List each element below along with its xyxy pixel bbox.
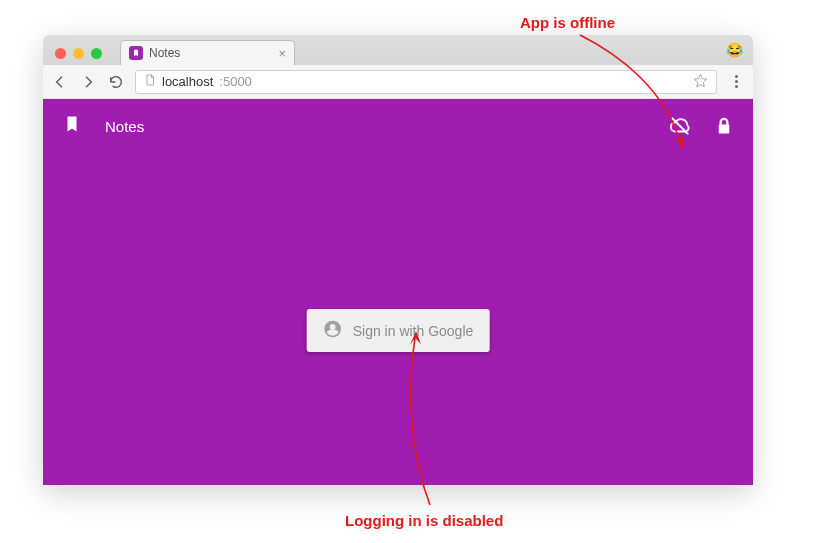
bookmark-icon: [63, 115, 81, 137]
page-icon: [144, 73, 156, 90]
maximize-window-button[interactable]: [91, 48, 102, 59]
address-bar: localhost:5000: [43, 65, 753, 99]
back-button[interactable]: [51, 73, 69, 91]
annotation-login-label: Logging in is disabled: [345, 512, 503, 529]
tab-favicon: [129, 46, 143, 60]
signin-container: Sign in with Google: [307, 309, 490, 352]
close-window-button[interactable]: [55, 48, 66, 59]
omnibox[interactable]: localhost:5000: [135, 70, 717, 94]
browser-menu-icon[interactable]: [727, 75, 745, 88]
app-title: Notes: [105, 118, 144, 135]
close-tab-icon[interactable]: ×: [278, 47, 286, 60]
lock-icon: [715, 117, 733, 135]
signin-google-button[interactable]: Sign in with Google: [307, 309, 490, 352]
url-port: :5000: [219, 74, 252, 89]
tab-title: Notes: [149, 46, 180, 60]
extension-icon[interactable]: 😂: [726, 42, 743, 58]
annotation-offline-label: App is offline: [520, 14, 615, 31]
browser-window: Notes × 😂 localhost:5000: [43, 35, 753, 485]
app-viewport: Notes Sign in with Google: [43, 99, 753, 485]
tab-strip: Notes × 😂: [43, 35, 753, 65]
window-controls: [51, 48, 108, 65]
bookmark-star-icon[interactable]: [693, 73, 708, 91]
reload-button[interactable]: [107, 73, 125, 91]
url-host: localhost: [162, 74, 213, 89]
cloud-off-icon: [669, 115, 691, 137]
browser-tab[interactable]: Notes ×: [120, 40, 295, 65]
signin-label: Sign in with Google: [353, 323, 474, 339]
minimize-window-button[interactable]: [73, 48, 84, 59]
account-circle-icon: [323, 319, 343, 342]
forward-button[interactable]: [79, 73, 97, 91]
app-toolbar: Notes: [43, 99, 753, 153]
